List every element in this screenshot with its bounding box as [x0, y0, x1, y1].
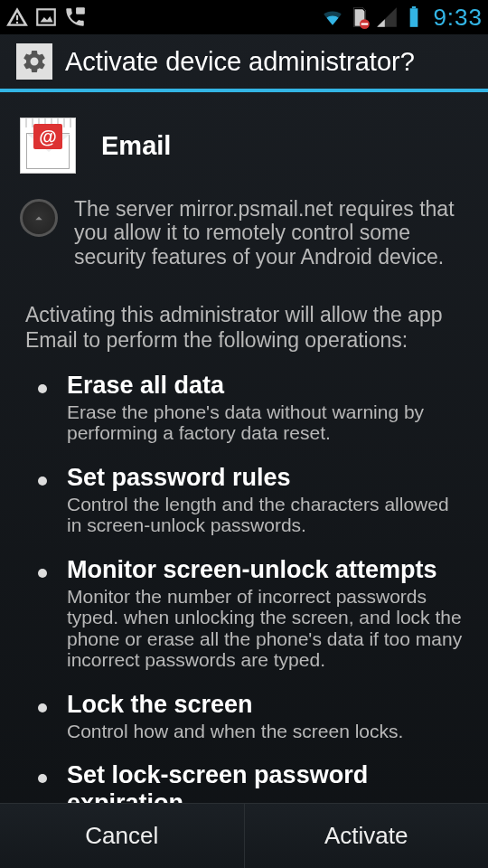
app-row: @ Email [20, 118, 468, 174]
intro-text: Activating this administrator will allow… [20, 303, 468, 353]
op-title: Monitor screen-unlock attempts [67, 556, 463, 584]
svg-rect-8 [412, 6, 416, 8]
button-bar: Cancel Activate [0, 803, 488, 868]
battery-icon [402, 5, 426, 29]
server-message: The server mirror.psmail.net requires th… [74, 197, 468, 269]
status-bar: 9:33 [0, 0, 488, 34]
svg-rect-4 [76, 7, 85, 14]
list-item: Set lock-screen password expiration [25, 761, 463, 803]
svg-rect-1 [16, 22, 18, 24]
list-item: Set password rules Control the length an… [25, 464, 463, 536]
content-area: @ Email The server mirror.psmail.net req… [0, 92, 488, 803]
list-item: Monitor screen-unlock attempts Monitor t… [25, 556, 463, 671]
bullet-icon [38, 476, 47, 486]
bullet-icon [38, 569, 47, 578]
svg-rect-7 [410, 8, 418, 27]
chevron-up-icon [31, 210, 47, 226]
op-title: Set password rules [67, 464, 463, 492]
activate-button[interactable]: Activate [245, 804, 489, 868]
svg-rect-2 [37, 9, 55, 24]
svg-marker-3 [41, 16, 53, 22]
bullet-icon [38, 774, 47, 783]
wifi-icon [321, 5, 344, 29]
svg-rect-0 [16, 15, 18, 20]
bullet-icon [38, 384, 47, 393]
op-title: Lock the screen [67, 691, 403, 719]
settings-app-icon [16, 43, 52, 80]
operations-list: Erase all data Erase the phone's data wi… [20, 372, 468, 804]
svg-rect-6 [361, 24, 369, 25]
expand-button[interactable] [20, 199, 58, 237]
warning-icon [5, 5, 29, 29]
voicemail-icon [63, 5, 87, 29]
status-clock: 9:33 [433, 4, 483, 32]
page-title: Activate device administrator? [65, 47, 415, 77]
signal-icon [375, 5, 399, 29]
op-title: Set lock-screen password expiration [67, 761, 463, 803]
title-bar: Activate device administrator? [0, 34, 488, 92]
email-app-icon: @ [20, 118, 76, 174]
storage-warn-icon [348, 5, 371, 29]
op-title: Erase all data [67, 372, 463, 400]
op-desc: Erase the phone's data without warning b… [67, 401, 463, 444]
picture-icon [34, 5, 58, 29]
cancel-button[interactable]: Cancel [0, 804, 245, 868]
app-name: Email [101, 131, 171, 161]
op-desc: Monitor the number of incorrect password… [67, 586, 463, 671]
op-desc: Control how and when the screen locks. [67, 721, 403, 742]
op-desc: Control the length and the characters al… [67, 494, 463, 536]
bullet-icon [38, 703, 47, 712]
list-item: Erase all data Erase the phone's data wi… [25, 372, 463, 444]
list-item: Lock the screen Control how and when the… [25, 691, 463, 742]
